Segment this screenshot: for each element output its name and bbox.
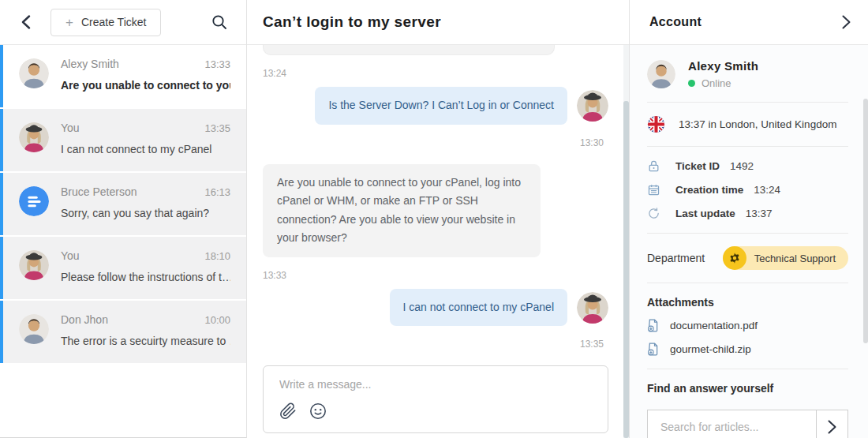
sidebar-header: + Create Ticket	[0, 0, 246, 45]
online-status-dot	[688, 80, 695, 87]
gear-icon	[723, 246, 746, 270]
message-bubble-outgoing: I can not connect to my cPanel	[390, 289, 567, 327]
ticket-id-label: Ticket ID	[675, 160, 720, 172]
ticket-item-don[interactable]: Don Jhon 10:00 The error is a secuirty m…	[0, 301, 246, 363]
department-row: Department Technical Support	[647, 246, 848, 270]
ticket-time: 10:00	[204, 314, 230, 326]
last-update-label: Last update	[675, 208, 735, 219]
local-time-text: 13:37 in London, United Kingdom	[679, 118, 836, 130]
chevron-right-icon	[828, 420, 836, 434]
attachment-name: documentation.pdf	[670, 320, 758, 331]
department-value: Technical Support	[754, 253, 836, 264]
chevron-right-icon	[842, 15, 851, 29]
local-time-row: 13:37 in London, United Kingdom	[647, 115, 848, 133]
message-row-outgoing: I can not connect to my cPanel	[263, 289, 608, 327]
kb-title: Find an answer yourself	[647, 382, 848, 395]
department-label: Department	[647, 252, 705, 264]
account-title: Account	[649, 15, 702, 29]
back-button[interactable]	[16, 12, 36, 32]
attachments-title: Attachments	[647, 296, 848, 309]
attach-file-button[interactable]	[279, 402, 297, 420]
message-input[interactable]	[279, 378, 592, 391]
ticket-preview: The error is a secuirty measure to …	[61, 335, 230, 347]
attachment-link[interactable]: documentation.pdf	[647, 319, 848, 332]
divider	[647, 283, 848, 283]
avatar	[19, 58, 49, 88]
helpdesk-app: + Create Ticket Alexy Smith 13:33 Are yo…	[0, 0, 868, 438]
ticket-item-bruce[interactable]: Bruce Peterson 16:13 Sorry, can you say …	[0, 173, 246, 235]
calendar-icon	[647, 183, 660, 197]
collapse-panel-button[interactable]	[842, 15, 851, 29]
smiley-icon	[309, 402, 327, 420]
account-panel: Account Alexy Smith Online	[629, 0, 868, 438]
kb-search-submit-button[interactable]	[816, 410, 847, 438]
avatar	[19, 250, 49, 280]
panel-scrollbar[interactable]	[863, 45, 868, 438]
create-ticket-label: Create Ticket	[81, 16, 146, 28]
message-timestamp: 13:30	[263, 137, 608, 148]
kb-search-input[interactable]	[648, 410, 816, 438]
ticket-sidebar: + Create Ticket Alexy Smith 13:33 Are yo…	[0, 0, 247, 438]
divider	[647, 102, 848, 103]
message-timestamp: 13:33	[263, 270, 608, 281]
divider	[647, 369, 848, 369]
attachment-name: gourmet-child.zip	[670, 343, 751, 355]
last-update-row: Last update 13:37	[647, 207, 848, 220]
creation-time-value: 13:24	[754, 184, 780, 196]
search-button[interactable]	[208, 11, 230, 33]
creation-time-row: Creation time 13:24	[647, 183, 848, 197]
divider	[647, 146, 848, 147]
uk-flag-icon	[647, 115, 665, 133]
scrollbar-thumb[interactable]	[863, 99, 868, 343]
ticket-time: 13:33	[204, 58, 230, 70]
message-timestamp: 13:35	[263, 339, 608, 350]
avatar	[577, 292, 608, 324]
creation-time-label: Creation time	[675, 184, 743, 196]
emoji-button[interactable]	[309, 402, 327, 420]
refresh-icon	[647, 207, 660, 220]
paperclip-icon	[279, 402, 297, 420]
ticket-time: 13:35	[204, 122, 230, 134]
partial-message-bubble	[263, 45, 555, 55]
ticket-item-you-2[interactable]: You 18:10 Please follow the instructions…	[0, 237, 246, 299]
message-bubble-outgoing: Is the Server Down? I Can’t Log in or Co…	[315, 87, 567, 125]
ticket-item-alexy[interactable]: Alexy Smith 13:33 Are you unable to conn…	[0, 45, 246, 107]
ticket-name: Alexy Smith	[61, 58, 119, 70]
divider	[647, 233, 848, 234]
online-status-label: Online	[702, 77, 731, 89]
ticket-list: Alexy Smith 13:33 Are you unable to conn…	[0, 45, 246, 437]
ticket-preview: Sorry, can you say that again?	[61, 207, 230, 219]
ticket-time: 16:13	[204, 186, 230, 198]
chat-title: Can’t login to my server	[263, 13, 441, 31]
message-bubble-incoming: Are you unable to connect to your cPanel…	[263, 164, 541, 257]
message-row-outgoing: Is the Server Down? I Can’t Log in or Co…	[263, 87, 608, 125]
chat-scrollbar[interactable]	[623, 45, 629, 438]
message-composer	[263, 365, 608, 433]
ticket-preview: Please follow the instructions of t…	[61, 271, 230, 283]
ticket-name: You	[61, 249, 80, 262]
chat-header: Can’t login to my server	[247, 0, 629, 45]
last-update-value: 13:37	[746, 208, 773, 219]
chevron-left-icon	[21, 15, 31, 29]
attachment-link[interactable]: gourmet-child.zip	[647, 343, 848, 356]
user-row: Alexy Smith Online	[647, 59, 848, 89]
create-ticket-button[interactable]: + Create Ticket	[51, 9, 161, 36]
account-content: Alexy Smith Online	[630, 45, 868, 395]
chat-panel: Can’t login to my server 13:24 Is the Se…	[247, 0, 629, 438]
message-timestamp: 13:24	[263, 68, 608, 79]
ticket-preview: Are you unable to connect to your …	[61, 79, 230, 92]
ticket-preview: I can not connect to my cPanel	[61, 143, 230, 155]
ticket-name: Don Jhon	[61, 313, 108, 326]
ticket-item-you-1[interactable]: You 13:35 I can not connect to my cPanel	[0, 109, 246, 171]
ticket-id-row: Ticket ID 1492	[647, 159, 848, 173]
lock-icon	[647, 159, 660, 173]
ticket-name: Bruce Peterson	[61, 185, 137, 198]
ticket-time: 18:10	[204, 250, 230, 262]
kb-search-box	[647, 410, 848, 438]
scrollbar-thumb[interactable]	[623, 101, 629, 438]
department-badge[interactable]: Technical Support	[723, 246, 848, 270]
ticket-id-value: 1492	[730, 160, 754, 172]
ticket-name: You	[61, 122, 80, 134]
account-header: Account	[630, 0, 868, 45]
chat-messages: 13:24 Is the Server Down? I Can’t Log in…	[247, 45, 629, 438]
